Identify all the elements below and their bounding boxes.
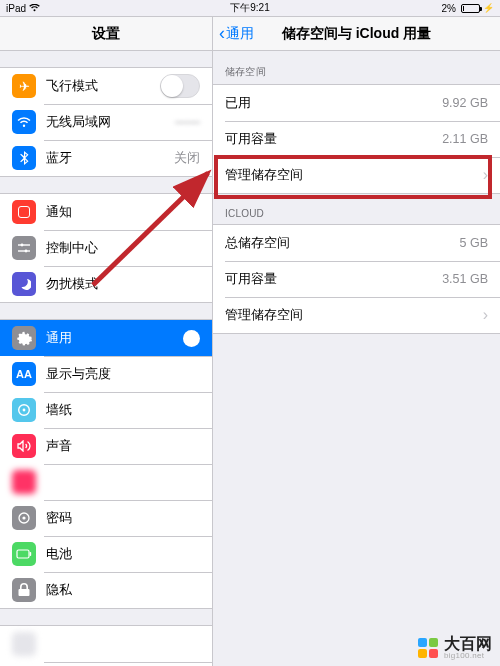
chevron-left-icon: ‹ <box>219 24 225 42</box>
battery-icon <box>459 4 480 13</box>
display-icon: AA <box>12 362 36 386</box>
used-value: 9.92 GB <box>442 96 488 110</box>
svg-rect-1 <box>18 244 30 245</box>
redacted-icon <box>12 470 36 494</box>
group-store: iTunes Store 与 App Store <box>0 625 212 666</box>
charging-icon: ⚡ <box>483 3 494 13</box>
status-bar: iPad 下午9:21 2% ⚡ <box>0 0 500 16</box>
row-privacy[interactable]: 隐私 <box>0 572 212 608</box>
ic-total-label: 总储存空间 <box>225 234 460 252</box>
wallpaper-label: 墙纸 <box>46 401 200 419</box>
row-manage-storage[interactable]: 管理储存空间 › <box>213 157 500 193</box>
device-label: iPad <box>6 3 26 14</box>
gear-icon <box>12 326 36 350</box>
bluetooth-icon <box>12 146 36 170</box>
row-redacted[interactable] <box>0 464 212 500</box>
row-ic-manage[interactable]: 管理储存空间 › <box>213 297 500 333</box>
watermark: 大百网 big100.net <box>418 636 492 660</box>
group-notify: 通知 控制中心 勿扰模式 <box>0 193 212 303</box>
dnd-label: 勿扰模式 <box>46 275 200 293</box>
dnd-icon <box>12 272 36 296</box>
watermark-name: 大百网 <box>444 636 492 652</box>
detail-pane: ‹ 通用 储存空间与 iCloud 用量 储存空间 已用 9.92 GB 可用容… <box>213 17 500 666</box>
row-ic-available: 可用容量 3.51 GB <box>213 261 500 297</box>
passcode-label: 密码 <box>46 509 200 527</box>
row-icloud[interactable] <box>0 626 212 662</box>
row-wifi[interactable]: 无线局域网 —— <box>0 104 212 140</box>
sound-label: 声音 <box>46 437 200 455</box>
airplane-switch[interactable] <box>160 74 200 98</box>
section-icloud-label: ICLOUD <box>213 194 500 224</box>
right-title: 储存空间与 iCloud 用量 <box>282 25 431 43</box>
group-storage: 已用 9.92 GB 可用容量 2.11 GB 管理储存空间 › <box>213 84 500 194</box>
row-itunes[interactable]: iTunes Store 与 App Store <box>0 662 212 666</box>
wifi-label: 无线局域网 <box>46 113 175 131</box>
ic-available-value: 3.51 GB <box>442 272 488 286</box>
group-icloud: 总储存空间 5 GB 可用容量 3.51 GB 管理储存空间 › <box>213 224 500 334</box>
row-passcode[interactable]: 密码 <box>0 500 212 536</box>
ic-total-value: 5 GB <box>460 236 489 250</box>
back-label: 通用 <box>226 25 254 43</box>
battery-label: 电池 <box>46 545 200 563</box>
right-navbar: ‹ 通用 储存空间与 iCloud 用量 <box>213 17 500 51</box>
general-label: 通用 <box>46 329 183 347</box>
left-title: 设置 <box>92 25 120 43</box>
svg-rect-3 <box>18 250 30 251</box>
icloud-icon <box>12 632 36 656</box>
row-airplane[interactable]: ✈︎ 飞行模式 <box>0 68 212 104</box>
available-value: 2.11 GB <box>442 132 488 146</box>
sound-icon <box>12 434 36 458</box>
battery-settings-icon <box>12 542 36 566</box>
row-bluetooth[interactable]: 蓝牙 关闭 <box>0 140 212 176</box>
group-general: 通用 1 AA 显示与亮度 墙纸 <box>0 319 212 609</box>
notifications-label: 通知 <box>46 203 200 221</box>
settings-sidebar: 设置 ✈︎ 飞行模式 无线局域网 —— <box>0 17 213 666</box>
row-display[interactable]: AA 显示与亮度 <box>0 356 212 392</box>
row-sound[interactable]: 声音 <box>0 428 212 464</box>
ic-available-label: 可用容量 <box>225 270 442 288</box>
back-button[interactable]: ‹ 通用 <box>219 25 254 43</box>
display-label: 显示与亮度 <box>46 365 200 383</box>
group-connectivity: ✈︎ 飞行模式 无线局域网 —— <box>0 67 212 177</box>
wifi-value: —— <box>175 115 200 129</box>
clock: 下午9:21 <box>230 1 269 15</box>
control-center-label: 控制中心 <box>46 239 200 257</box>
row-available: 可用容量 2.11 GB <box>213 121 500 157</box>
ic-manage-label: 管理储存空间 <box>225 306 477 324</box>
privacy-icon <box>12 578 36 602</box>
svg-point-5 <box>23 409 26 412</box>
control-center-icon <box>12 236 36 260</box>
chevron-right-icon: › <box>483 307 488 323</box>
section-storage-label: 储存空间 <box>213 51 500 84</box>
airplane-label: 飞行模式 <box>46 77 160 95</box>
battery-pct: 2% <box>442 3 456 14</box>
row-used: 已用 9.92 GB <box>213 85 500 121</box>
row-dnd[interactable]: 勿扰模式 <box>0 266 212 302</box>
watermark-domain: big100.net <box>444 652 492 660</box>
row-wallpaper[interactable]: 墙纸 <box>0 392 212 428</box>
bluetooth-value: 关闭 <box>174 150 200 167</box>
svg-rect-9 <box>30 552 32 556</box>
left-navbar: 设置 <box>0 17 212 51</box>
row-notifications[interactable]: 通知 <box>0 194 212 230</box>
general-badge: 1 <box>183 330 200 347</box>
wifi-icon <box>29 3 40 14</box>
bluetooth-label: 蓝牙 <box>46 149 174 167</box>
watermark-logo <box>418 638 438 658</box>
privacy-label: 隐私 <box>46 581 200 599</box>
wifi-settings-icon <box>12 110 36 134</box>
svg-point-7 <box>22 516 25 519</box>
passcode-icon <box>12 506 36 530</box>
row-control-center[interactable]: 控制中心 <box>0 230 212 266</box>
available-label: 可用容量 <box>225 130 442 148</box>
svg-rect-8 <box>17 550 29 558</box>
airplane-icon: ✈︎ <box>12 74 36 98</box>
row-general[interactable]: 通用 1 <box>0 320 212 356</box>
chevron-right-icon: › <box>483 167 488 183</box>
wallpaper-icon <box>12 398 36 422</box>
row-battery[interactable]: 电池 <box>0 536 212 572</box>
manage-storage-label: 管理储存空间 <box>225 166 477 184</box>
used-label: 已用 <box>225 94 442 112</box>
notifications-icon <box>12 200 36 224</box>
row-ic-total: 总储存空间 5 GB <box>213 225 500 261</box>
